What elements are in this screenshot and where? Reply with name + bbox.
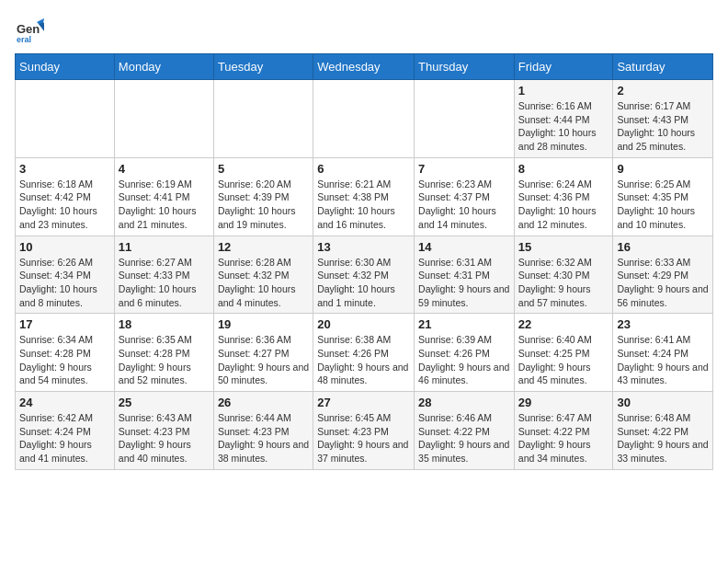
page-header: Gen eral xyxy=(15,15,713,44)
day-number: 24 xyxy=(19,396,110,409)
day-info: Sunrise: 6:46 AM Sunset: 4:22 PM Dayligh… xyxy=(418,411,510,465)
header-row: SundayMondayTuesdayWednesdayThursdayFrid… xyxy=(16,54,713,80)
calendar-cell xyxy=(213,80,313,158)
header-day-sunday: Sunday xyxy=(16,54,115,80)
calendar-cell: 5Sunrise: 6:20 AM Sunset: 4:39 PM Daylig… xyxy=(213,157,313,236)
calendar-cell: 14Sunrise: 6:31 AM Sunset: 4:31 PM Dayli… xyxy=(415,236,515,314)
calendar-cell: 30Sunrise: 6:48 AM Sunset: 4:22 PM Dayli… xyxy=(613,392,713,470)
calendar-cell: 1Sunrise: 6:16 AM Sunset: 4:44 PM Daylig… xyxy=(514,80,613,158)
day-info: Sunrise: 6:47 AM Sunset: 4:22 PM Dayligh… xyxy=(518,411,609,465)
day-number: 25 xyxy=(119,396,210,409)
calendar-cell: 24Sunrise: 6:42 AM Sunset: 4:24 PM Dayli… xyxy=(16,392,115,470)
calendar-cell xyxy=(415,80,515,158)
calendar-cell: 10Sunrise: 6:26 AM Sunset: 4:34 PM Dayli… xyxy=(16,236,115,314)
day-number: 18 xyxy=(119,317,210,331)
header-day-thursday: Thursday xyxy=(415,54,515,80)
calendar-week-4: 24Sunrise: 6:42 AM Sunset: 4:24 PM Dayli… xyxy=(16,392,713,470)
day-info: Sunrise: 6:30 AM Sunset: 4:32 PM Dayligh… xyxy=(317,256,410,310)
header-day-tuesday: Tuesday xyxy=(213,54,313,80)
day-info: Sunrise: 6:28 AM Sunset: 4:32 PM Dayligh… xyxy=(218,256,309,310)
day-info: Sunrise: 6:32 AM Sunset: 4:30 PM Dayligh… xyxy=(518,256,609,310)
day-number: 19 xyxy=(218,317,309,331)
day-number: 7 xyxy=(418,162,510,176)
calendar-cell: 23Sunrise: 6:41 AM Sunset: 4:24 PM Dayli… xyxy=(613,314,713,392)
day-number: 14 xyxy=(418,240,510,254)
calendar-cell xyxy=(16,80,115,158)
day-number: 8 xyxy=(518,162,609,176)
calendar-body: 1Sunrise: 6:16 AM Sunset: 4:44 PM Daylig… xyxy=(16,80,713,470)
day-number: 22 xyxy=(518,317,609,331)
day-info: Sunrise: 6:41 AM Sunset: 4:24 PM Dayligh… xyxy=(617,333,709,387)
day-number: 9 xyxy=(617,162,709,176)
day-info: Sunrise: 6:21 AM Sunset: 4:38 PM Dayligh… xyxy=(317,178,410,232)
header-day-wednesday: Wednesday xyxy=(313,54,415,80)
day-info: Sunrise: 6:23 AM Sunset: 4:37 PM Dayligh… xyxy=(418,178,510,232)
day-info: Sunrise: 6:40 AM Sunset: 4:25 PM Dayligh… xyxy=(518,333,609,387)
calendar-cell: 13Sunrise: 6:30 AM Sunset: 4:32 PM Dayli… xyxy=(313,236,415,314)
day-info: Sunrise: 6:43 AM Sunset: 4:23 PM Dayligh… xyxy=(119,411,210,465)
calendar-cell: 21Sunrise: 6:39 AM Sunset: 4:26 PM Dayli… xyxy=(415,314,515,392)
day-info: Sunrise: 6:18 AM Sunset: 4:42 PM Dayligh… xyxy=(19,178,110,232)
calendar-header: SundayMondayTuesdayWednesdayThursdayFrid… xyxy=(16,54,713,80)
calendar-cell: 29Sunrise: 6:47 AM Sunset: 4:22 PM Dayli… xyxy=(514,392,613,470)
day-info: Sunrise: 6:25 AM Sunset: 4:35 PM Dayligh… xyxy=(617,178,709,232)
logo-icon: Gen eral xyxy=(15,15,44,44)
svg-text:eral: eral xyxy=(17,35,31,44)
day-number: 27 xyxy=(317,396,410,409)
calendar-cell: 17Sunrise: 6:34 AM Sunset: 4:28 PM Dayli… xyxy=(16,314,115,392)
day-info: Sunrise: 6:33 AM Sunset: 4:29 PM Dayligh… xyxy=(617,256,709,310)
day-number: 10 xyxy=(19,240,110,254)
calendar-cell: 26Sunrise: 6:44 AM Sunset: 4:23 PM Dayli… xyxy=(213,392,313,470)
calendar-cell: 6Sunrise: 6:21 AM Sunset: 4:38 PM Daylig… xyxy=(313,157,415,236)
calendar-week-2: 10Sunrise: 6:26 AM Sunset: 4:34 PM Dayli… xyxy=(16,236,713,314)
day-number: 2 xyxy=(617,84,709,98)
day-info: Sunrise: 6:24 AM Sunset: 4:36 PM Dayligh… xyxy=(518,178,609,232)
calendar-cell: 12Sunrise: 6:28 AM Sunset: 4:32 PM Dayli… xyxy=(213,236,313,314)
calendar-cell: 28Sunrise: 6:46 AM Sunset: 4:22 PM Dayli… xyxy=(415,392,515,470)
day-info: Sunrise: 6:48 AM Sunset: 4:22 PM Dayligh… xyxy=(617,411,709,465)
calendar-cell: 4Sunrise: 6:19 AM Sunset: 4:41 PM Daylig… xyxy=(114,157,213,236)
day-info: Sunrise: 6:26 AM Sunset: 4:34 PM Dayligh… xyxy=(19,256,110,310)
day-number: 29 xyxy=(518,396,609,409)
day-info: Sunrise: 6:17 AM Sunset: 4:43 PM Dayligh… xyxy=(617,99,709,154)
calendar-cell: 18Sunrise: 6:35 AM Sunset: 4:28 PM Dayli… xyxy=(114,314,213,392)
day-info: Sunrise: 6:36 AM Sunset: 4:27 PM Dayligh… xyxy=(218,333,309,387)
day-info: Sunrise: 6:38 AM Sunset: 4:26 PM Dayligh… xyxy=(317,333,410,387)
calendar-cell: 11Sunrise: 6:27 AM Sunset: 4:33 PM Dayli… xyxy=(114,236,213,314)
calendar-table: SundayMondayTuesdayWednesdayThursdayFrid… xyxy=(15,53,713,470)
day-number: 16 xyxy=(617,240,709,254)
day-number: 15 xyxy=(518,240,609,254)
logo: Gen eral xyxy=(15,15,48,44)
day-number: 6 xyxy=(317,162,410,176)
calendar-cell: 2Sunrise: 6:17 AM Sunset: 4:43 PM Daylig… xyxy=(613,80,713,158)
calendar-cell: 27Sunrise: 6:45 AM Sunset: 4:23 PM Dayli… xyxy=(313,392,415,470)
calendar-cell xyxy=(114,80,213,158)
day-number: 23 xyxy=(617,317,709,331)
calendar-cell: 19Sunrise: 6:36 AM Sunset: 4:27 PM Dayli… xyxy=(213,314,313,392)
day-number: 12 xyxy=(218,240,309,254)
day-info: Sunrise: 6:19 AM Sunset: 4:41 PM Dayligh… xyxy=(119,178,210,232)
day-number: 4 xyxy=(119,162,210,176)
calendar-cell: 16Sunrise: 6:33 AM Sunset: 4:29 PM Dayli… xyxy=(613,236,713,314)
calendar-week-0: 1Sunrise: 6:16 AM Sunset: 4:44 PM Daylig… xyxy=(16,80,713,158)
svg-text:Gen: Gen xyxy=(17,22,40,36)
calendar-week-1: 3Sunrise: 6:18 AM Sunset: 4:42 PM Daylig… xyxy=(16,157,713,236)
day-number: 20 xyxy=(317,317,410,331)
day-info: Sunrise: 6:16 AM Sunset: 4:44 PM Dayligh… xyxy=(518,99,609,154)
header-day-friday: Friday xyxy=(514,54,613,80)
header-day-saturday: Saturday xyxy=(613,54,713,80)
day-number: 3 xyxy=(19,162,110,176)
day-info: Sunrise: 6:31 AM Sunset: 4:31 PM Dayligh… xyxy=(418,256,510,310)
day-info: Sunrise: 6:27 AM Sunset: 4:33 PM Dayligh… xyxy=(119,256,210,310)
day-number: 26 xyxy=(218,396,309,409)
day-info: Sunrise: 6:35 AM Sunset: 4:28 PM Dayligh… xyxy=(119,333,210,387)
day-number: 30 xyxy=(617,396,709,409)
calendar-cell: 3Sunrise: 6:18 AM Sunset: 4:42 PM Daylig… xyxy=(16,157,115,236)
day-number: 21 xyxy=(418,317,510,331)
calendar-week-3: 17Sunrise: 6:34 AM Sunset: 4:28 PM Dayli… xyxy=(16,314,713,392)
day-info: Sunrise: 6:44 AM Sunset: 4:23 PM Dayligh… xyxy=(218,411,309,465)
calendar-cell xyxy=(313,80,415,158)
calendar-cell: 25Sunrise: 6:43 AM Sunset: 4:23 PM Dayli… xyxy=(114,392,213,470)
day-info: Sunrise: 6:45 AM Sunset: 4:23 PM Dayligh… xyxy=(317,411,410,465)
calendar-cell: 7Sunrise: 6:23 AM Sunset: 4:37 PM Daylig… xyxy=(415,157,515,236)
